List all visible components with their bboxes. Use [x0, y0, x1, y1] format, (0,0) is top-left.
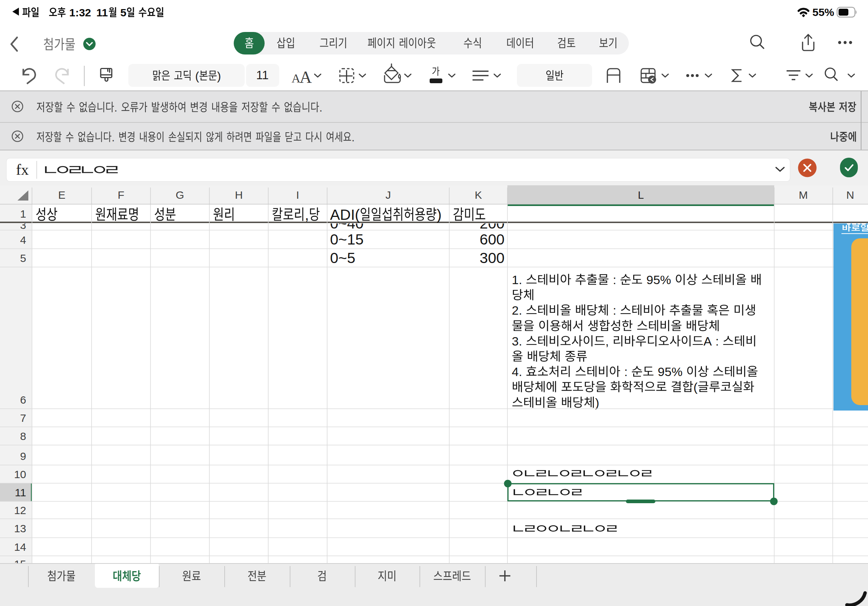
svg-text:A: A — [299, 68, 312, 87]
